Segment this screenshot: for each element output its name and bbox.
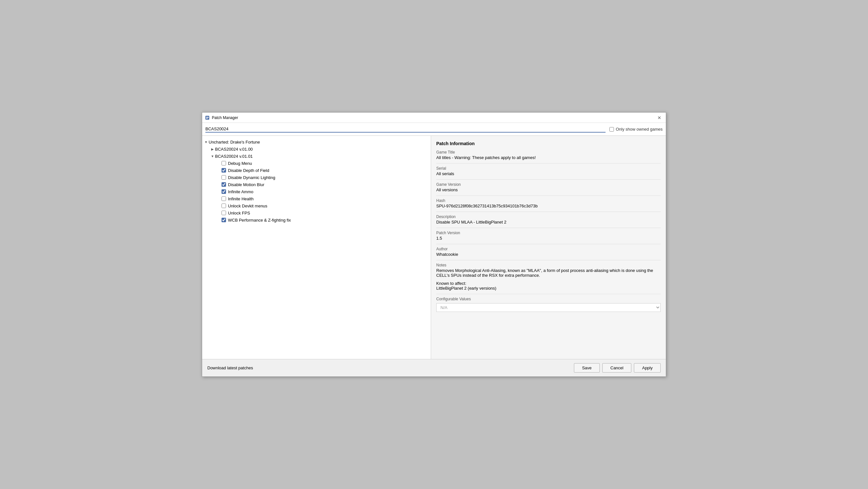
bottom-bar: Download latest patches Save Cancel Appl… [202,359,666,376]
bottom-buttons: Save Cancel Apply [574,363,661,372]
svg-rect-1 [206,117,209,117]
serial-label: Serial [436,166,661,171]
tree-patch-item: Infinite Ammo [202,188,431,195]
only-owned-checkbox[interactable] [610,127,614,132]
expand-game-icon[interactable]: ▼ [204,139,209,145]
download-link[interactable]: Download latest patches [207,365,253,370]
configurable-select[interactable]: N/A [436,303,661,312]
app-icon [205,115,210,120]
game-title-section: Game Title All titles - Warning: These p… [436,150,661,160]
title-bar: Patch Manager ✕ [202,113,666,123]
left-panel: ▼ Uncharted: Drake's Fortune ▶ BCAS20024… [202,136,431,359]
author-label: Author [436,247,661,251]
patch-version-section: Patch Version 1.5 [436,231,661,241]
title-bar-left: Patch Manager [205,115,238,120]
game-title-value: All titles - Warning: These patches appl… [436,155,661,160]
patch-checkbox[interactable] [221,211,226,215]
serial-value: All serials [436,171,661,176]
cancel-button[interactable]: Cancel [602,363,631,372]
game-version-value: All versions [436,187,661,192]
game-title-label: Game Title [436,150,661,154]
window-title: Patch Manager [212,116,238,120]
patch-label: Infinite Ammo [228,189,253,194]
patch-version-label: Patch Version [436,231,661,235]
patch-checkbox[interactable] [221,161,226,165]
right-panel: Patch Information Game Title All titles … [431,136,666,359]
description-label: Description [436,214,661,219]
tree-patch-item: Debug Menu [202,160,431,167]
patch-checkbox[interactable] [221,168,226,173]
tree-v0100[interactable]: ▶ BCAS20024 v.01.00 [202,146,431,153]
known-value: LittleBigPlanet 2 (early versions) [436,286,661,291]
svg-rect-3 [206,118,208,119]
search-bar: Only show owned games [202,123,666,136]
patch-label: Infinite Health [228,196,254,201]
tree-game-root[interactable]: ▼ Uncharted: Drake's Fortune [202,139,431,146]
only-owned-label: Only show owned games [610,127,662,132]
tree-patch-item: Unlock Devkit menus [202,202,431,209]
game-title: Uncharted: Drake's Fortune [209,140,260,145]
patch-checkbox[interactable] [221,182,226,187]
tree-v0101[interactable]: ▼ BCAS20024 v.01.01 [202,153,431,160]
tree-patch-item: Disable Depth of Field [202,167,431,174]
author-value: Whatcookie [436,252,661,257]
patches-container: Debug MenuDisable Depth of FieldDisable … [202,160,431,223]
patch-info-title: Patch Information [436,141,661,146]
game-version-section: Game Version All versions [436,182,661,192]
v0101-label: BCAS20024 v.01.01 [215,154,253,159]
notes-section: Notes Removes Morphological Anti-Aliasin… [436,263,661,278]
author-section: Author Whatcookie [436,247,661,257]
save-button[interactable]: Save [574,363,600,372]
tree-patch-item: Disable Dynamic Lighting [202,174,431,181]
v0100-label: BCAS20024 v.01.00 [215,147,253,152]
apply-button[interactable]: Apply [634,363,661,372]
tree-patch-item: Infinite Health [202,195,431,202]
patch-label: Disable Dynamic Lighting [228,175,275,180]
expand-v0101-icon[interactable]: ▼ [210,154,215,159]
only-owned-text: Only show owned games [616,127,662,132]
configurable-section: Configurable Values N/A [436,297,661,312]
patch-label: Unlock Devkit menus [228,204,267,208]
known-section: Known to affect: LittleBigPlanet 2 (earl… [436,281,661,291]
description-value: Disable SPU MLAA - LittleBigPlanet 2 [436,220,661,224]
patch-checkbox[interactable] [221,218,226,222]
patch-label: Disable Depth of Field [228,168,269,173]
svg-rect-2 [206,117,209,118]
main-content: ▼ Uncharted: Drake's Fortune ▶ BCAS20024… [202,136,666,359]
patch-checkbox[interactable] [221,204,226,208]
description-section: Description Disable SPU MLAA - LittleBig… [436,214,661,224]
serial-section: Serial All serials [436,166,661,176]
patch-checkbox[interactable] [221,189,226,194]
tree-patch-item: Disable Motion Blur [202,181,431,188]
patch-checkbox[interactable] [221,175,226,180]
patch-checkbox[interactable] [221,196,226,201]
expand-v0100-icon[interactable]: ▶ [210,147,215,152]
hash-value: SPU-976d2128f08c362731413b75c934101b76c3… [436,204,661,208]
hash-label: Hash [436,198,661,203]
tree-patch-item: Unlock FPS [202,209,431,216]
tree-patch-item: WCB Performance & Z-fighting fix [202,216,431,223]
known-label: Known to affect: [436,281,661,286]
patch-label: Unlock FPS [228,211,250,215]
patch-label: Debug Menu [228,161,252,166]
search-input[interactable] [206,126,606,132]
patch-label: WCB Performance & Z-fighting fix [228,218,291,222]
hash-section: Hash SPU-976d2128f08c362731413b75c934101… [436,198,661,208]
patch-manager-window: Patch Manager ✕ Only show owned games ▼ … [202,112,666,377]
patch-label: Disable Motion Blur [228,182,265,187]
notes-label: Notes [436,263,661,267]
game-version-label: Game Version [436,182,661,187]
notes-value: Removes Morphological Anti-Aliasing, kno… [436,268,661,278]
patch-version-value: 1.5 [436,236,661,241]
configurable-label: Configurable Values [436,297,661,301]
close-button[interactable]: ✕ [655,114,663,122]
